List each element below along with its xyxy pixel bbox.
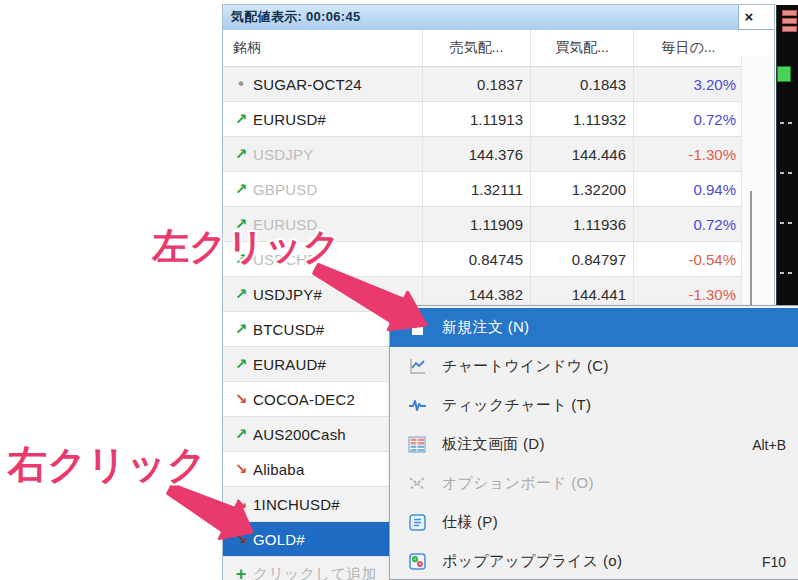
table-row[interactable]: EURUSD# 1.11913 1.11932 0.72%	[223, 102, 743, 137]
chart-area-sliver	[776, 5, 798, 306]
window-title: 気配値表示: 00:06:45	[223, 8, 360, 26]
symbol-label: EURAUD#	[253, 356, 326, 373]
ask-value: 1.11932	[531, 102, 634, 136]
symbol-label: USDJPY	[253, 146, 313, 163]
trend-down-icon	[229, 495, 253, 513]
ask-value: 1.32200	[531, 172, 634, 206]
column-header-daily[interactable]: 毎日の...	[634, 30, 743, 66]
table-row[interactable]: GBPUSD 1.32111 1.32200 0.94%	[223, 172, 743, 207]
green-price-marker	[777, 66, 791, 82]
daily-change-value: -1.30%	[634, 137, 743, 171]
plus-icon	[229, 564, 253, 580]
bid-value: 1.11909	[423, 207, 531, 241]
chart-window-icon	[404, 358, 430, 375]
daily-change-value: 3.20%	[634, 67, 743, 101]
menu-item-chart-window[interactable]: チャートウインドウ (C)	[390, 347, 798, 386]
menu-item-specification[interactable]: 仕様 (P)	[390, 503, 798, 542]
trend-up-icon	[229, 425, 253, 443]
symbol-label: EURUSD#	[253, 111, 326, 128]
bid-value: 0.1837	[423, 67, 531, 101]
menu-item-new-order[interactable]: 新規注文 (N)	[390, 308, 798, 347]
add-symbol-label: クリックして追加	[253, 565, 377, 580]
daily-change-value: 0.94%	[634, 172, 743, 206]
market-watch-titlebar[interactable]: 気配値表示: 00:06:45 ×	[223, 5, 774, 30]
trend-up-icon	[229, 180, 253, 198]
trend-down-icon	[229, 390, 253, 408]
bid-value: 1.32111	[423, 172, 531, 206]
daily-change-value: 0.72%	[634, 102, 743, 136]
ask-value: 0.1843	[531, 67, 634, 101]
ask-value: 144.446	[531, 137, 634, 171]
symbol-label: Alibaba	[253, 461, 304, 478]
specification-icon	[404, 514, 430, 531]
menu-item-popup-prices[interactable]: ポップアッププライス (o) F10	[390, 542, 798, 580]
daily-change-value: 0.72%	[634, 207, 743, 241]
symbol-label: SUGAR-OCT24	[253, 76, 362, 93]
screenshot-root: 気配値表示: 00:06:45 × 銘柄 売気配... 買気配... 毎日の..…	[0, 0, 798, 580]
symbol-label: USDJPY#	[253, 286, 322, 303]
menu-item-label: 新規注文 (N)	[442, 318, 786, 337]
table-header-row: 銘柄 売気配... 買気配... 毎日の...	[223, 30, 743, 67]
depth-of-market-icon	[782, 10, 798, 40]
menu-item-tick-chart[interactable]: ティックチャート (T)	[390, 386, 798, 425]
bid-value: 1.11913	[423, 102, 531, 136]
context-menu: 新規注文 (N) チャートウインドウ (C) ティックチャート (T) 板注文画…	[389, 305, 798, 580]
close-icon[interactable]: ×	[740, 8, 758, 26]
dom-icon	[404, 436, 430, 453]
column-header-bid[interactable]: 売気配...	[423, 30, 531, 66]
popup-prices-icon	[404, 553, 430, 570]
new-order-icon	[404, 319, 430, 336]
menu-shortcut: Alt+B	[752, 437, 786, 453]
menu-item-label: 仕様 (P)	[442, 513, 786, 532]
menu-item-option-board[interactable]: オプションボード (O)	[390, 464, 798, 503]
daily-change-value: -0.54%	[634, 242, 743, 276]
trend-up-icon	[229, 145, 253, 163]
menu-item-label: ティックチャート (T)	[442, 396, 786, 415]
bid-value: 0.84745	[423, 242, 531, 276]
tick-chart-icon	[404, 397, 430, 414]
trend-dot-icon	[229, 74, 253, 94]
option-board-icon	[404, 475, 430, 492]
trend-up-icon	[229, 320, 253, 338]
table-row[interactable]: SUGAR-OCT24 0.1837 0.1843 3.20%	[223, 67, 743, 102]
menu-item-label: 板注文画面 (D)	[442, 435, 752, 454]
symbol-label: COCOA-DEC2	[253, 391, 355, 408]
symbol-label: BTCUSD#	[253, 321, 324, 338]
menu-item-label: オプションボード (O)	[442, 474, 786, 493]
menu-item-label: ポップアッププライス (o)	[442, 552, 762, 571]
table-row[interactable]: USDJPY 144.376 144.446 -1.30%	[223, 137, 743, 172]
bid-value: 144.376	[423, 137, 531, 171]
trend-up-icon	[229, 285, 253, 303]
column-header-ask[interactable]: 買気配...	[531, 30, 634, 66]
trend-up-icon	[229, 110, 253, 128]
left-click-annotation: 左クリック	[152, 222, 340, 272]
symbol-label: AUS200Cash	[253, 426, 346, 443]
menu-item-label: チャートウインドウ (C)	[442, 357, 786, 376]
ask-value: 1.11936	[531, 207, 634, 241]
menu-item-dom[interactable]: 板注文画面 (D) Alt+B	[390, 425, 798, 464]
trend-down-icon	[229, 530, 253, 548]
symbol-label: 1INCHUSD#	[253, 496, 340, 513]
column-header-symbol[interactable]: 銘柄	[223, 30, 423, 66]
symbol-label: GOLD#	[253, 531, 305, 548]
trend-up-icon	[229, 355, 253, 373]
symbol-label: GBPUSD	[253, 181, 318, 198]
trend-down-icon	[229, 460, 253, 478]
menu-shortcut: F10	[762, 554, 786, 570]
scrollbar-thumb[interactable]	[750, 191, 752, 318]
right-click-annotation: 右クリック	[8, 438, 207, 492]
ask-value: 0.84797	[531, 242, 634, 276]
